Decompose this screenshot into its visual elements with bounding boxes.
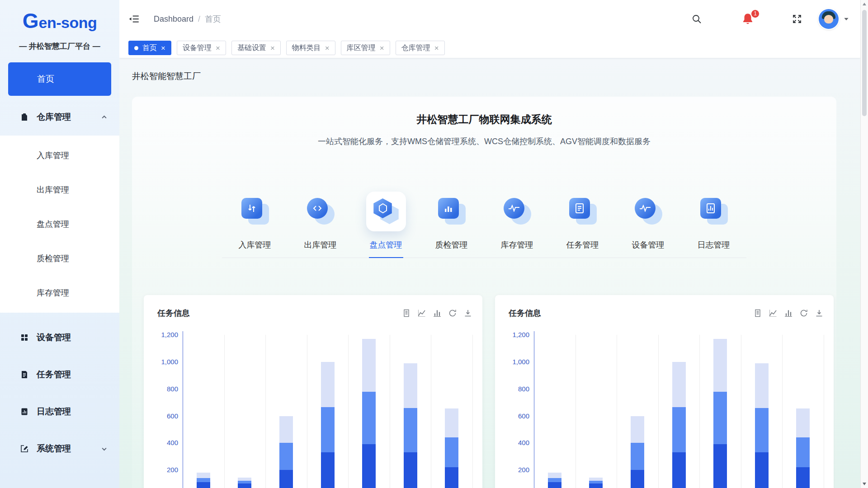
stacked-bar xyxy=(404,363,417,488)
module-label: 入库管理 xyxy=(222,240,288,250)
gridline xyxy=(741,335,741,488)
brand-logo: Gen-song — 井松智慧工厂平台 — xyxy=(0,0,119,52)
tab-close-icon[interactable]: × xyxy=(270,44,275,52)
bar-segment-middle xyxy=(445,437,458,467)
tab-close-icon[interactable]: × xyxy=(380,44,384,52)
toolbar-refresh-icon[interactable] xyxy=(448,309,457,318)
stacked-bar xyxy=(672,362,686,488)
tab-chip[interactable]: 仓库管理× xyxy=(396,41,445,55)
sidebar-subitem[interactable]: 盘点管理 xyxy=(0,207,119,241)
home-label: 首页 xyxy=(37,73,54,85)
chart-header: 任务信息 xyxy=(157,308,472,319)
stocktake-icon xyxy=(372,197,401,226)
sidebar-item-label: 系统管理 xyxy=(37,443,71,455)
tab-label: 仓库管理 xyxy=(401,43,430,53)
stacked-bar xyxy=(548,473,561,488)
sidebar-subitem[interactable]: 质检管理 xyxy=(0,241,119,276)
stacked-bar xyxy=(755,363,769,488)
module-outbound[interactable]: 出库管理 xyxy=(288,192,353,258)
tab-chip[interactable]: 基础设置× xyxy=(231,41,281,55)
breadcrumb-root[interactable]: Dashboard xyxy=(154,14,193,24)
toolbar-download-icon[interactable] xyxy=(815,309,824,318)
tab-close-icon[interactable]: × xyxy=(216,44,220,52)
bar-segment-bottom xyxy=(321,452,335,488)
module-stocktake[interactable]: 盘点管理 xyxy=(353,192,419,258)
stacked-bar xyxy=(631,416,644,488)
module-inventory[interactable]: 库存管理 xyxy=(484,192,550,258)
sidebar-item-warehouse[interactable]: 仓库管理 xyxy=(0,99,119,136)
module-inbound[interactable]: 入库管理 xyxy=(222,192,288,258)
toolbar-download-icon[interactable] xyxy=(463,309,472,318)
sidebar-item-log[interactable]: 日志管理 xyxy=(0,393,119,430)
hero-title: 井松智慧工厂物联网集成系统 xyxy=(132,113,836,126)
notification-bell[interactable]: 1 xyxy=(741,12,755,26)
sidebar-item-label: 日志管理 xyxy=(37,406,71,418)
scroll-up-arrow[interactable] xyxy=(863,3,866,5)
toolbar-bar-icon[interactable] xyxy=(784,309,793,318)
toolbar-dataview-icon[interactable] xyxy=(753,309,762,318)
module-icon-card xyxy=(235,192,275,231)
module-qc[interactable]: 质检管理 xyxy=(419,192,484,258)
module-task[interactable]: 任务管理 xyxy=(550,192,615,258)
collapse-menu-icon[interactable] xyxy=(128,13,140,25)
chevron-up-icon xyxy=(101,114,108,121)
sidebar-item-task[interactable]: 任务管理 xyxy=(0,356,119,393)
bar-segment-middle xyxy=(321,407,335,452)
logo-wordmark: en-song xyxy=(39,14,97,31)
caret-down-icon[interactable] xyxy=(843,16,849,22)
y-axis-line xyxy=(534,331,534,488)
toolbar-refresh-icon[interactable] xyxy=(799,309,808,318)
scroll-down-arrow[interactable] xyxy=(863,483,866,485)
toolbar-line-icon[interactable] xyxy=(769,309,778,318)
module-icon-card xyxy=(563,192,603,231)
bar-segment-middle xyxy=(796,437,810,467)
task-info-card: 任务信息2004006008001,0001,200 xyxy=(495,295,834,488)
tab-chip[interactable]: 首页× xyxy=(128,41,171,55)
page-title: 井松智能智慧工厂 xyxy=(132,70,860,82)
gridline xyxy=(699,335,700,488)
bar-segment-top xyxy=(713,339,727,392)
tab-chip[interactable]: 设备管理× xyxy=(177,41,226,55)
toolbar-line-icon[interactable] xyxy=(417,309,426,318)
search-icon[interactable] xyxy=(691,14,702,24)
tab-close-icon[interactable]: × xyxy=(325,44,330,52)
gridline xyxy=(224,335,225,488)
modules-row: 入库管理出库管理盘点管理质检管理库存管理任务管理设备管理日志管理 xyxy=(222,192,746,258)
task-icon xyxy=(20,370,29,379)
log-icon xyxy=(699,197,728,226)
y-tick-label: 800 xyxy=(495,385,529,393)
y-tick-label: 400 xyxy=(495,439,529,447)
sidebar-item-home[interactable]: 首页 xyxy=(8,62,111,96)
sidebar-subitem[interactable]: 入库管理 xyxy=(0,138,119,173)
module-device[interactable]: 设备管理 xyxy=(615,192,681,258)
tab-active-dot-icon xyxy=(134,46,138,50)
gridline xyxy=(472,335,473,488)
tab-chip[interactable]: 物料类目× xyxy=(286,41,335,55)
logo-letter-g: G xyxy=(23,9,39,33)
charts-row: 任务信息2004006008001,0001,200任务信息2004006008… xyxy=(132,295,836,488)
tab-label: 设备管理 xyxy=(183,43,212,53)
sidebar-subitem[interactable]: 库存管理 xyxy=(0,276,119,310)
sidebar-item-device[interactable]: 设备管理 xyxy=(0,319,119,356)
sidebar-subitem[interactable]: 出库管理 xyxy=(0,173,119,207)
task-info-card: 任务信息2004006008001,0001,200 xyxy=(144,295,482,488)
avatar[interactable] xyxy=(819,9,839,29)
fullscreen-icon[interactable] xyxy=(792,14,802,24)
toolbar-bar-icon[interactable] xyxy=(433,309,442,318)
stacked-bar xyxy=(362,339,376,488)
tab-close-icon[interactable]: × xyxy=(434,44,439,52)
outbound-icon xyxy=(306,197,335,226)
tab-close-icon[interactable]: × xyxy=(161,44,165,52)
y-tick-label: 600 xyxy=(495,412,529,420)
sidebar-item-label: 设备管理 xyxy=(37,332,71,343)
bar-segment-bottom xyxy=(713,444,727,488)
bar-segment-middle xyxy=(548,478,561,482)
scroll-thumb[interactable] xyxy=(862,10,867,116)
breadcrumb-separator: / xyxy=(198,14,200,24)
tab-chip[interactable]: 库区管理× xyxy=(341,41,390,55)
module-log[interactable]: 日志管理 xyxy=(681,192,746,258)
scrollbar[interactable] xyxy=(860,0,868,488)
bar-segment-middle xyxy=(713,392,727,445)
sidebar-item-system[interactable]: 系统管理 xyxy=(0,430,119,467)
toolbar-dataview-icon[interactable] xyxy=(402,309,411,318)
